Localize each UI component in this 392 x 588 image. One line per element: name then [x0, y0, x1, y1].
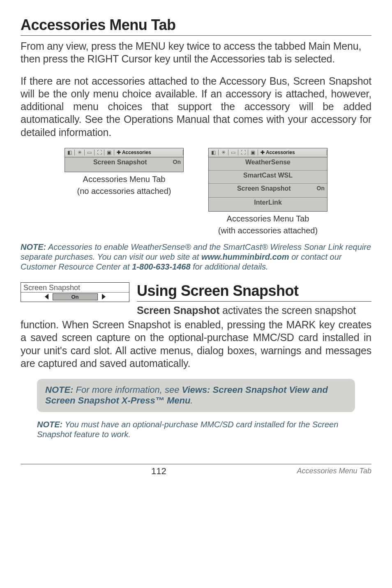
- widget-title: Screen Snapshot: [21, 283, 129, 292]
- menu-row-weathersense: WeatherSense: [209, 157, 327, 171]
- tab-accessories: ✚ Accessories: [258, 150, 327, 155]
- arrow-right-icon: [102, 294, 106, 300]
- tab-accessories-label: Accessories: [122, 150, 151, 155]
- section2-header-block: Using Screen Snapshot Screen Snapshot ac…: [137, 282, 371, 317]
- screen-snapshot-widget: Screen Snapshot On: [21, 282, 129, 302]
- menu-row-label: Screen Snapshot: [93, 159, 147, 166]
- tab-accessories: ✚ Accessories: [114, 150, 183, 155]
- tab-icon: ⛶: [95, 150, 104, 155]
- callout-text: For more information, see: [73, 385, 182, 395]
- menu-row-smartcast: SmartCast WSL: [209, 171, 327, 184]
- note-text: You must have an optional-purchase MMC/S…: [37, 420, 338, 439]
- section-rule: [21, 35, 371, 36]
- menu-row-value: On: [173, 159, 181, 165]
- tab-icon: ✳: [75, 150, 85, 155]
- callout-views: NOTE: For more information, see Views: S…: [37, 379, 355, 412]
- note-text: for additional details.: [191, 262, 268, 271]
- callout-lead: NOTE:: [45, 385, 73, 395]
- screenshot-right-col: ◧ ✳ ▭ ⛶ ▣ ✚ Accessories WeatherSense Sma…: [208, 148, 327, 235]
- widget-value: On: [53, 293, 98, 300]
- menu-tabs: ◧ ✳ ▭ ⛶ ▣ ✚ Accessories: [65, 148, 183, 157]
- page-footer: 112 Accessories Menu Tab: [21, 464, 371, 477]
- page: Accessories Menu Tab From any view, pres…: [0, 0, 392, 489]
- note-lead: NOTE:: [37, 420, 62, 429]
- screenshot-row: ◧ ✳ ▭ ⛶ ▣ ✚ Accessories Screen Snapshot …: [21, 148, 371, 235]
- footer-title: Accessories Menu Tab: [297, 467, 371, 475]
- screenshot-left-col: ◧ ✳ ▭ ⛶ ▣ ✚ Accessories Screen Snapshot …: [65, 148, 184, 235]
- tab-icon: ▭: [85, 150, 95, 155]
- menu-row-label: WeatherSense: [245, 159, 291, 166]
- caption-line-2: (with accessories attached): [208, 226, 327, 235]
- tab-icon: ▣: [248, 150, 258, 155]
- arrow-left-icon: [45, 294, 48, 300]
- tab-icon: ▭: [228, 150, 238, 155]
- section2-body: function. When Screen Snapshot is enable…: [21, 318, 371, 370]
- page-number: 112: [21, 466, 297, 477]
- tab-icon: ◧: [65, 150, 75, 155]
- intro-paragraph-1: From any view, press the MENU key twice …: [21, 40, 371, 66]
- screen-snapshot-row: Screen Snapshot On Using Screen Snapshot…: [21, 282, 371, 317]
- menu-row-label: SmartCast WSL: [243, 172, 293, 179]
- section2-title: Using Screen Snapshot: [137, 282, 371, 300]
- menu-row-label: InterLink: [254, 199, 282, 206]
- note-lead: NOTE:: [21, 242, 46, 251]
- menu-tabs: ◧ ✳ ▭ ⛶ ▣ ✚ Accessories: [209, 148, 327, 157]
- tab-icon: ⛶: [238, 150, 248, 155]
- section2-lead-line: Screen Snapshot activates the screen sna…: [137, 304, 371, 317]
- tab-icon: ✳: [219, 150, 228, 155]
- note-accessories: NOTE: Accessories to enable WeatherSense…: [21, 242, 371, 272]
- menu-row-screen-snapshot: Screen Snapshot On: [209, 184, 327, 198]
- section2-lead-rest: activates the screen snapshot: [219, 304, 356, 316]
- menu-row-interlink: InterLink: [209, 198, 327, 211]
- tab-accessories-label: Accessories: [266, 150, 295, 155]
- accessories-menu-empty: ◧ ✳ ▭ ⛶ ▣ ✚ Accessories Screen Snapshot …: [65, 148, 184, 172]
- accessories-menu-full: ◧ ✳ ▭ ⛶ ▣ ✚ Accessories WeatherSense Sma…: [208, 148, 327, 212]
- menu-row-label: Screen Snapshot: [237, 185, 291, 192]
- widget-slider: On: [21, 292, 129, 302]
- note-keyword: www.humminbird.com: [201, 252, 289, 261]
- callout-text: .: [190, 395, 193, 406]
- tab-icon: ◧: [209, 150, 219, 155]
- tab-icon: ▣: [104, 150, 114, 155]
- caption-line-2: (no accessories attached): [65, 187, 184, 196]
- note-keyword: 1-800-633-1468: [132, 262, 190, 271]
- section2-rule: [137, 301, 371, 302]
- menu-row-value: On: [317, 185, 325, 191]
- section-title: Accessories Menu Tab: [21, 16, 371, 34]
- caption-line-1: Accessories Menu Tab: [208, 214, 327, 224]
- intro-paragraph-2: If there are not accessories attached to…: [21, 75, 371, 139]
- note-mmc-sd: NOTE: You must have an optional-purchase…: [37, 420, 355, 439]
- menu-row-screen-snapshot: Screen Snapshot On: [65, 157, 183, 172]
- caption-line-1: Accessories Menu Tab: [65, 175, 184, 184]
- section2-lead: Screen Snapshot: [137, 304, 219, 316]
